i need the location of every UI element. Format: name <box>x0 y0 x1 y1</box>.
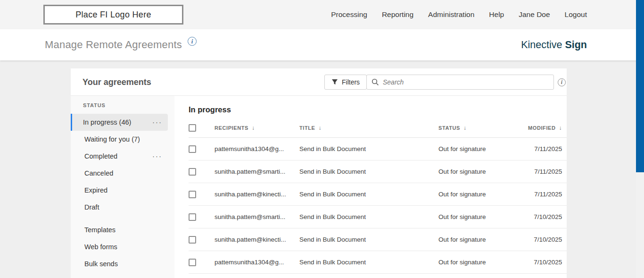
sidebar-item-label: Completed <box>84 152 152 160</box>
top-nav-administration[interactable]: Administration <box>428 10 474 19</box>
sort-arrow-icon: ↓ <box>252 125 255 131</box>
cell-modified: 7/11/2025 <box>528 191 562 198</box>
column-header-recipients[interactable]: RECIPIENTS↓ <box>215 125 299 131</box>
table-row[interactable]: sunitha.pattem@smarti... Send in Bulk Do… <box>189 160 567 183</box>
cell-title: Send in Bulk Document <box>299 259 438 266</box>
sidebar-item-label: Templates <box>84 226 162 234</box>
top-nav-processing[interactable]: Processing <box>331 10 367 19</box>
brand-product: Sign <box>565 39 587 51</box>
agreements-panel: Your agreements Filters i STATUS In prog… <box>71 68 567 278</box>
cell-modified: 7/10/2025 <box>528 259 562 266</box>
item-overflow-menu-icon[interactable]: ··· <box>152 154 162 159</box>
sidebar-item-canceled[interactable]: Canceled <box>71 165 168 182</box>
top-bar: Place FI Logo Here Processing Reporting … <box>0 0 644 29</box>
search-input[interactable] <box>383 78 549 86</box>
other-views-list: Templates Web forms Bulk sends <box>71 221 174 272</box>
sidebar-item-label: Web forms <box>84 243 162 251</box>
row-checkbox[interactable] <box>189 213 196 221</box>
search-icon <box>372 78 379 86</box>
page-scrollbar-thumb[interactable] <box>636 0 644 172</box>
sidebar-item-draft[interactable]: Draft <box>71 199 168 216</box>
sidebar-item-label: Draft <box>84 203 162 211</box>
sidebar-item-in-progress-46[interactable]: In progress (46) ··· <box>71 114 168 131</box>
table-row[interactable]: pattemsunitha1304@g... Send in Bulk Docu… <box>189 138 567 160</box>
panel-header: Your agreements Filters i <box>71 68 567 96</box>
top-nav-reporting[interactable]: Reporting <box>382 10 413 19</box>
cell-recipients: sunitha.pattem@kinecti... <box>215 191 299 198</box>
cell-modified: 7/10/2025 <box>528 213 562 220</box>
page-info-icon[interactable]: i <box>188 37 197 46</box>
cell-recipients: sunitha.pattem@smarti... <box>215 168 299 175</box>
sidebar-section-label: STATUS <box>83 102 174 108</box>
sidebar-item-waiting-for-you-7[interactable]: Waiting for you (7) <box>71 131 168 148</box>
filters-button[interactable]: Filters <box>324 75 367 90</box>
cell-modified: 7/10/2025 <box>528 236 562 243</box>
cell-modified: 7/11/2025 <box>528 145 562 152</box>
panel-title: Your agreements <box>83 77 151 87</box>
top-nav-help[interactable]: Help <box>489 10 504 19</box>
page-scrollbar[interactable] <box>636 0 644 278</box>
table-row[interactable]: pattemsunitha1304@g... Send in Bulk Docu… <box>189 251 567 274</box>
top-nav-logout[interactable]: Logout <box>565 10 587 19</box>
cell-modified: 7/11/2025 <box>528 168 562 175</box>
status-filter-list: In progress (46) ··· Waiting for you (7)… <box>71 114 174 216</box>
status-sidebar: STATUS In progress (46) ··· Waiting for … <box>71 96 174 278</box>
fi-logo-text: Place FI Logo Here <box>75 10 151 20</box>
cell-status: Out for signature <box>438 191 528 198</box>
brand-name: Kinective <box>521 39 562 51</box>
column-header-modified[interactable]: MODIFIED↓ <box>528 125 562 131</box>
column-header-title[interactable]: TITLE↓ <box>299 125 438 131</box>
table-row[interactable]: sunitha.pattem@kinecti... Send in Bulk D… <box>189 228 567 251</box>
cell-title: Send in Bulk Document <box>299 213 438 220</box>
row-checkbox[interactable] <box>189 168 196 176</box>
page-title: Manage Remote Agreements <box>45 39 182 51</box>
sidebar-gap <box>71 216 174 221</box>
cell-status: Out for signature <box>438 236 528 243</box>
column-header-status[interactable]: STATUS↓ <box>438 125 528 131</box>
cell-recipients: sunitha.pattem@kinecti... <box>215 236 299 243</box>
cell-title: Send in Bulk Document <box>299 168 438 175</box>
cell-recipients: pattemsunitha1304@g... <box>215 145 299 152</box>
sort-arrow-icon: ↓ <box>319 125 322 131</box>
sidebar-item-templates[interactable]: Templates <box>71 221 168 238</box>
table-section-title: In progress <box>189 105 567 114</box>
top-nav-jane-doe[interactable]: Jane Doe <box>519 10 550 19</box>
cell-status: Out for signature <box>438 213 528 220</box>
row-checkbox[interactable] <box>189 259 196 266</box>
panel-info-icon[interactable]: i <box>558 78 566 86</box>
page-header: Manage Remote Agreements i Kinective Sig… <box>0 29 644 60</box>
cell-title: Send in Bulk Document <box>299 191 438 198</box>
filters-button-label: Filters <box>342 78 360 86</box>
table-row[interactable]: sunitha.pattem@kinecti... Send in Bulk D… <box>189 183 567 206</box>
sidebar-item-label: Waiting for you (7) <box>84 135 162 143</box>
select-all-checkbox[interactable] <box>189 124 196 132</box>
sidebar-item-label: In progress (46) <box>83 118 152 126</box>
sidebar-item-bulk-sends[interactable]: Bulk sends <box>71 255 168 272</box>
brand-logo: Kinective Sign <box>521 29 587 60</box>
sidebar-item-expired[interactable]: Expired <box>71 182 168 199</box>
table-header-row: RECIPIENTS↓ TITLE↓ STATUS↓ MODIFIED↓ <box>189 118 567 138</box>
agreements-table-area: In progress RECIPIENTS↓ TITLE↓ STATUS↓ M… <box>174 96 567 278</box>
cell-recipients: pattemsunitha1304@g... <box>215 259 299 266</box>
sidebar-item-label: Bulk sends <box>84 260 162 268</box>
row-checkbox[interactable] <box>189 145 196 153</box>
cell-title: Send in Bulk Document <box>299 236 438 243</box>
cell-recipients: sunitha.pattem@smarti... <box>215 213 299 220</box>
sidebar-item-completed[interactable]: Completed ··· <box>71 148 168 165</box>
item-overflow-menu-icon[interactable]: ··· <box>152 120 162 125</box>
table-row[interactable]: sunitha.pattem@smarti... Send in Bulk Do… <box>189 206 567 228</box>
row-checkbox[interactable] <box>189 191 196 198</box>
search-box <box>366 75 554 90</box>
sidebar-item-label: Canceled <box>84 169 162 177</box>
sidebar-item-label: Expired <box>84 186 162 194</box>
cell-status: Out for signature <box>438 145 528 152</box>
sort-arrow-icon: ↓ <box>559 125 562 131</box>
top-navigation: Processing Reporting Administration Help… <box>331 0 587 29</box>
row-checkbox[interactable] <box>189 236 196 244</box>
sidebar-item-web-forms[interactable]: Web forms <box>71 238 168 255</box>
cell-title: Send in Bulk Document <box>299 145 438 152</box>
filter-funnel-icon <box>331 79 338 85</box>
table-body: pattemsunitha1304@g... Send in Bulk Docu… <box>189 138 567 274</box>
cell-status: Out for signature <box>438 168 528 175</box>
cell-status: Out for signature <box>438 259 528 266</box>
